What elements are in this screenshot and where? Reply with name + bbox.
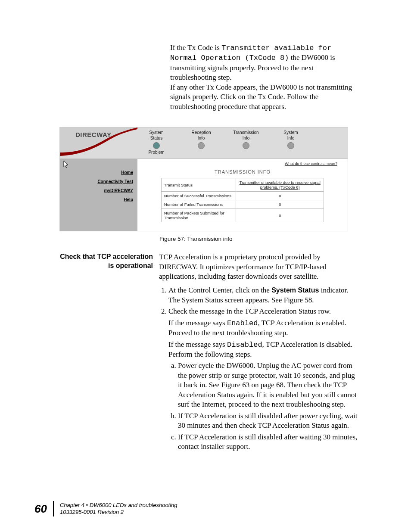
intro-text: If the Tx Code is Transmitter available … [170,43,359,112]
sidebar-link-connectivity-test[interactable]: Connectivity Test [64,179,133,184]
txcode-link[interactable]: Transmitter unavailable due to receive s… [236,178,324,192]
sub-step-c: If TCP Acceleration is still disabled af… [178,432,359,452]
transmission-table: Transmit StatusTransmitter unavailable d… [161,178,324,222]
sub-step-a: Power cycle the DW6000. Unplug the AC po… [178,361,359,409]
step-2-enabled: If the message says Enabled, TCP Acceler… [168,318,359,338]
status-indicator-1[interactable]: ReceptionInfo [187,130,215,149]
footer-chapter: Chapter 4 • DW6000 LEDs and troubleshoot… [60,502,177,509]
cursor-icon [63,161,69,168]
system-status-bold: System Status [271,286,319,294]
sub-step-b: If TCP Acceleration is still disabled af… [178,411,359,431]
section-body: TCP Acceleration is a proprietary protoc… [159,252,372,454]
sub-steps: Power cycle the DW6000. Unplug the AC po… [168,361,359,451]
page-footer: 60 Chapter 4 • DW6000 LEDs and troublesh… [34,501,177,516]
table-row: Transmit StatusTransmitter unavailable d… [161,178,324,192]
manual-page: If the Tx Code is Transmitter available … [0,0,411,532]
brand-logo-text: DIRECWAY [75,131,111,138]
tcp-para: TCP Acceleration is a proprietary protoc… [159,252,359,281]
sidebar-links: HomeConnectivity TestmyDIRECWAYHelp [64,170,133,202]
status-indicator-0[interactable]: SystemStatusProblem [143,130,170,155]
intro-p1: If the Tx Code is Transmitter available … [170,43,359,83]
section-heading: Check that TCP acceleration is operation… [39,252,159,271]
step-2-line: Check the message in the TCP Acceleratio… [168,307,331,315]
controls-help-link[interactable]: What do these controls mean? [148,162,337,166]
screenshot-sidebar: HomeConnectivity TestmyDIRECWAYHelp [60,159,137,231]
status-indicator-3[interactable]: SystemInfo [277,130,305,149]
sidebar-link-mydirecway[interactable]: myDIRECWAY [64,188,133,193]
table-row: Number of Successful Transmissions0 [161,192,324,200]
screenshot-content: What do these controls mean? TRANSMISSIO… [137,159,348,231]
step-1: At the Control Center, click on the Syst… [168,286,359,305]
table-row: Number of Failed Transmissions0 [161,200,324,209]
footer-meta: Chapter 4 • DW6000 LEDs and troubleshoot… [60,502,177,516]
intro-p1a: If the Tx Code is [170,44,221,52]
footer-divider [53,501,54,516]
page-number: 60 [34,502,47,516]
brand-area: DIRECWAY [60,128,137,159]
step-2-disabled: If the message says Disabled, TCP Accele… [168,340,359,360]
section-title: TRANSMISSION INFO [148,169,337,174]
figure-caption: Figure 57: Transmission info [159,236,372,242]
intro-p2: If any other Tx Code appears, the DW6000… [170,83,359,112]
led-icon [153,142,160,149]
section-tcp: Check that TCP acceleration is operation… [39,252,372,454]
status-indicator-2[interactable]: TransmissionInfo [232,130,260,149]
status-indicators: SystemStatusProblemReceptionInfoTransmis… [137,128,305,159]
screenshot-header: DIRECWAY SystemStatusProblemReceptionInf… [60,128,348,159]
sidebar-link-home[interactable]: Home [64,170,133,175]
section-heading-l1: Check that TCP acceleration [39,252,153,261]
led-icon [198,142,205,149]
sidebar-link-help[interactable]: Help [64,197,133,202]
led-icon [243,142,249,149]
led-icon [287,142,294,149]
transmission-info-screenshot: DIRECWAY SystemStatusProblemReceptionInf… [59,127,348,231]
table-row: Number of Packets Submitted for Transmis… [161,209,324,222]
tcp-steps: At the Control Center, click on the Syst… [159,286,359,451]
footer-revision: 1033295-0001 Revision 2 [60,509,177,516]
section-heading-l2: is operational [39,261,153,271]
step-2: Check the message in the TCP Acceleratio… [168,307,359,451]
